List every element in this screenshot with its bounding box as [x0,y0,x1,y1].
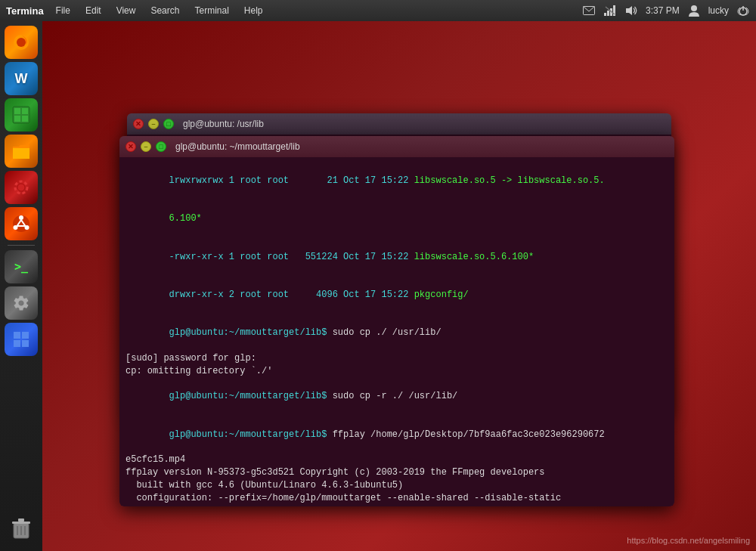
menu-bar-left: Termina File Edit View Search Terminal H… [6,4,269,17]
sidebar-item-terminal[interactable]: >_ [5,250,38,283]
app-name: Termina [6,5,44,17]
terminal-back-maximize[interactable]: □ [163,119,174,129]
svg-rect-16 [22,116,28,122]
menu-terminal[interactable]: Terminal [188,4,234,17]
terminal-line-2: -rwxr-xr-x 1 root root 551224 Oct 17 15:… [125,238,668,276]
sidebar-item-system[interactable] [5,171,38,204]
terminal-line-9: ffplay version N-95373-g5c3d521 Copyrigh… [125,466,668,479]
writer-icon: W [15,71,28,87]
watermark: https://blog.csdn.net/angelsmiling [627,536,750,545]
signal-icon[interactable] [603,4,617,17]
desktop: Termina File Edit View Search Terminal H… [0,0,756,551]
power-icon[interactable] [736,4,750,17]
svg-point-11 [17,38,26,47]
sidebar-item-grid[interactable] [5,323,38,356]
svg-rect-2 [607,11,609,16]
terminal-line-10: built with gcc 4.6 (Ubuntu/Linaro 4.6.3-… [125,479,668,492]
terminal-front-titlebar: ✕ – □ glp@ubuntu: ~/mmouttarget/lib [119,136,674,157]
svg-point-17 [17,184,25,191]
terminal-front-close[interactable]: ✕ [125,141,136,152]
terminal-back-minimize[interactable]: – [148,119,159,129]
sidebar-item-calc[interactable] [5,98,38,132]
terminal-line-7: glp@ubuntu:~/mmouttarget/lib$ sudo cp -r… [125,378,668,416]
terminal-line-8b: e5cfc15.mp4 [125,453,668,466]
terminal-line-4: glp@ubuntu:~/mmouttarget/lib$ sudo cp ./… [125,314,668,352]
svg-rect-32 [18,518,24,522]
svg-rect-29 [22,340,29,347]
terminal-line-12: --disable-doc --enable-ffplay [125,505,668,506]
svg-rect-26 [14,332,20,339]
sidebar-divider [8,245,35,246]
terminal-window-front[interactable]: ✕ – □ glp@ubuntu: ~/mmouttarget/lib lrwx… [119,136,674,506]
terminal-line-5: [sudo] password for glp: [125,352,668,365]
terminal-back-close[interactable]: ✕ [133,119,144,129]
user-icon[interactable] [687,4,701,17]
svg-rect-31 [12,522,30,524]
svg-rect-28 [14,340,20,347]
sidebar: W [0,21,42,551]
terminal-back-titlebar: ✕ – □ glp@ubuntu: /usr/lib [127,113,671,135]
top-menubar: Termina File Edit View Search Terminal H… [0,0,756,21]
sidebar-item-writer[interactable]: W [5,62,38,95]
svg-rect-1 [604,13,606,16]
svg-rect-13 [14,108,20,114]
system-tray: 3:37 PM lucky [582,4,750,17]
terminal-line-3: drwxr-xr-x 2 root root 4096 Oct 17 15:22… [125,276,668,314]
svg-rect-15 [14,116,20,122]
terminal-icon: >_ [14,260,28,274]
sidebar-item-firefox[interactable] [5,26,38,59]
sidebar-item-trash[interactable] [5,512,38,545]
menu-edit[interactable]: Edit [79,4,107,17]
terminal-front-minimize[interactable]: – [141,141,151,152]
terminal-front-body[interactable]: lrwxrwxrwx 1 root root 21 Oct 17 15:22 l… [119,157,674,506]
svg-point-7 [691,5,697,11]
sidebar-item-ubuntu[interactable] [5,207,38,240]
svg-rect-27 [22,332,29,339]
terminal-back-title: glp@ubuntu: /usr/lib [183,119,264,129]
svg-marker-6 [626,6,632,15]
menu-file[interactable]: File [50,4,76,17]
terminal-front-title: glp@ubuntu: ~/mmouttarget/lib [175,141,300,152]
sidebar-item-files[interactable] [5,135,38,168]
terminal-line-1b: 6.100* [125,200,668,237]
menu-help[interactable]: Help [238,4,269,17]
sidebar-item-settings[interactable] [5,286,38,320]
volume-icon[interactable] [624,4,638,17]
username: lucky [708,5,729,16]
terminal-line-11: configuration: --prefix=/home/glp/mmoutt… [125,492,668,505]
terminal-line-6: cp: omitting directory `./' [125,365,668,378]
svg-point-20 [19,215,23,220]
terminal-front-maximize[interactable]: □ [156,141,166,152]
menu-search[interactable]: Search [144,4,185,17]
email-icon[interactable] [582,4,596,17]
menu-view[interactable]: View [110,4,142,17]
terminal-line-1: lrwxrwxrwx 1 root root 21 Oct 17 15:22 l… [125,162,668,200]
svg-rect-14 [22,108,28,114]
clock: 3:37 PM [646,5,680,16]
terminal-line-8: glp@ubuntu:~/mmouttarget/lib$ ffplay /ho… [125,416,668,453]
